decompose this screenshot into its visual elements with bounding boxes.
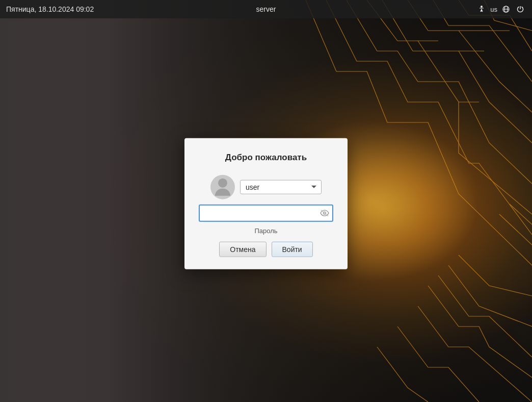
- user-select[interactable]: user: [240, 180, 322, 194]
- avatar-body: [215, 189, 230, 196]
- topbar: Пятница, 18.10.2024 09:02 server us: [0, 0, 532, 18]
- password-toggle-icon[interactable]: [320, 210, 329, 217]
- avatar-figure: [215, 179, 230, 196]
- network-icon[interactable]: [500, 4, 512, 15]
- svg-point-7: [481, 6, 483, 8]
- user-row: user: [199, 175, 333, 199]
- datetime-label: Пятница, 18.10.2024 09:02: [6, 5, 94, 13]
- password-field-wrap: [199, 205, 333, 222]
- server-label: server: [256, 5, 276, 13]
- avatar: [210, 175, 235, 199]
- login-dialog: Добро пожаловать user: [184, 138, 348, 269]
- locale-label: us: [490, 6, 497, 13]
- password-label: Пароль: [254, 227, 277, 235]
- dialog-title: Добро пожаловать: [199, 153, 333, 163]
- power-icon[interactable]: [515, 4, 526, 15]
- login-button[interactable]: Войти: [272, 242, 313, 257]
- dialog-body: user Пароль: [199, 175, 333, 235]
- accessibility-icon[interactable]: [476, 4, 487, 15]
- cancel-button[interactable]: Отмена: [219, 242, 266, 257]
- topbar-actions: us: [476, 4, 526, 15]
- avatar-head: [218, 179, 227, 188]
- dialog-buttons: Отмена Войти: [199, 242, 333, 257]
- password-input[interactable]: [199, 205, 333, 222]
